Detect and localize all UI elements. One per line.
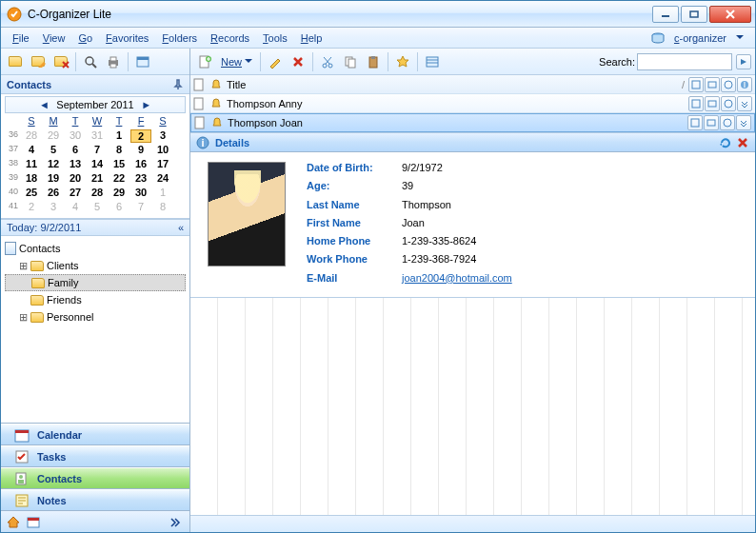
- email-link[interactable]: joan2004@hotmail.com: [402, 272, 512, 284]
- calendar-day[interactable]: 28: [87, 187, 108, 200]
- edit-button[interactable]: [265, 51, 286, 72]
- menu-go[interactable]: Go: [72, 30, 98, 46]
- refresh-icon[interactable]: [719, 136, 732, 149]
- tree-folder[interactable]: ⊞Personnel: [5, 308, 186, 326]
- calendar-day[interactable]: 24: [152, 172, 173, 186]
- calendar-day[interactable]: 1: [109, 129, 129, 143]
- calendar-day[interactable]: 13: [65, 158, 86, 171]
- new-dropdown[interactable]: New: [217, 56, 256, 68]
- calendar-day[interactable]: 30: [65, 129, 86, 143]
- tree-folder[interactable]: Family: [5, 274, 186, 291]
- calendar-day[interactable]: 7: [130, 201, 151, 214]
- calendar-day[interactable]: 6: [65, 144, 86, 157]
- row-view-icon[interactable]: [688, 96, 704, 111]
- list-row[interactable]: Thompson Anny: [190, 94, 755, 113]
- row-globe-icon[interactable]: [721, 96, 736, 111]
- calendar-day[interactable]: 8: [109, 144, 129, 157]
- list-header[interactable]: Title / i: [190, 75, 755, 94]
- row-globe-icon[interactable]: [720, 115, 735, 130]
- nav-contacts[interactable]: Contacts: [1, 467, 189, 489]
- tree-root[interactable]: Contacts: [5, 240, 186, 257]
- new-folder-button[interactable]: [5, 51, 26, 72]
- menu-help[interactable]: Help: [295, 30, 328, 46]
- row-card-icon[interactable]: [705, 96, 720, 111]
- tree-folder[interactable]: ⊞Clients: [5, 257, 186, 274]
- calendar-day[interactable]: 4: [65, 201, 86, 214]
- tree-folder[interactable]: Friends: [5, 291, 186, 308]
- columns-button[interactable]: [422, 51, 443, 72]
- delete-button[interactable]: [288, 51, 308, 72]
- calendar-day[interactable]: 9: [130, 144, 151, 157]
- close-details-icon[interactable]: [736, 136, 749, 149]
- calendar-day[interactable]: 2: [21, 201, 42, 214]
- nav-tasks[interactable]: Tasks: [1, 445, 189, 467]
- calendar-day[interactable]: 15: [109, 158, 129, 171]
- calendar-day[interactable]: 27: [65, 187, 86, 200]
- row-view-icon[interactable]: [688, 77, 704, 92]
- calendar-day[interactable]: 29: [109, 187, 129, 200]
- expand-nav-icon[interactable]: [169, 516, 181, 527]
- calendar-day[interactable]: 21: [87, 172, 108, 186]
- menu-favorites[interactable]: Favorites: [100, 30, 154, 46]
- calendar-day[interactable]: 19: [43, 172, 64, 186]
- new-record-button[interactable]: [194, 51, 215, 72]
- calendar-day[interactable]: 1: [152, 187, 173, 200]
- search-button[interactable]: [80, 51, 101, 72]
- calendar-day[interactable]: 3: [43, 201, 64, 214]
- list-row[interactable]: Thompson Joan: [190, 113, 755, 132]
- menu-file[interactable]: File: [7, 30, 35, 46]
- calendar-day[interactable]: 23: [130, 172, 151, 186]
- copy-button[interactable]: [340, 51, 361, 72]
- minimize-button[interactable]: [652, 6, 679, 23]
- calendar-day[interactable]: 3: [152, 129, 173, 143]
- cut-button[interactable]: [317, 51, 338, 72]
- calendar-day[interactable]: 8: [152, 201, 173, 214]
- prev-month-button[interactable]: ◄: [37, 99, 50, 110]
- close-button[interactable]: [709, 6, 751, 23]
- calendar-day[interactable]: 30: [130, 187, 151, 200]
- calendar-small-icon[interactable]: [27, 515, 40, 528]
- calendar-day[interactable]: 5: [87, 201, 108, 214]
- home-icon[interactable]: [7, 515, 20, 528]
- calendar-day[interactable]: 4: [21, 144, 42, 157]
- calendar-day[interactable]: 2: [130, 129, 151, 143]
- view-button[interactable]: [132, 51, 153, 72]
- calendar-day[interactable]: 25: [21, 187, 42, 200]
- calendar-day[interactable]: 12: [43, 158, 64, 171]
- menu-tools[interactable]: Tools: [257, 30, 293, 46]
- calendar-day[interactable]: 17: [152, 158, 173, 171]
- calendar-day[interactable]: 31: [87, 129, 108, 143]
- month-label[interactable]: September 2011: [56, 99, 133, 110]
- pin-icon[interactable]: [172, 79, 184, 90]
- row-expand-icon[interactable]: [736, 115, 751, 130]
- calendar-day[interactable]: 11: [21, 158, 42, 171]
- row-card-icon[interactable]: [704, 115, 719, 130]
- menu-view[interactable]: View: [37, 30, 71, 46]
- calendar-day[interactable]: 10: [152, 144, 173, 157]
- calendar-day[interactable]: 7: [87, 144, 108, 157]
- maximize-button[interactable]: [681, 6, 707, 23]
- row-view-icon[interactable]: [687, 115, 703, 130]
- favorite-button[interactable]: [392, 51, 413, 72]
- paste-button[interactable]: [363, 51, 384, 72]
- calendar-day[interactable]: 16: [130, 158, 151, 171]
- row-globe-icon[interactable]: [721, 77, 736, 92]
- calendar-day[interactable]: 18: [21, 172, 42, 186]
- calendar-day[interactable]: 28: [21, 129, 42, 143]
- print-button[interactable]: [103, 51, 124, 72]
- calendar-day[interactable]: 14: [87, 158, 108, 171]
- search-input[interactable]: [637, 53, 732, 70]
- row-card-icon[interactable]: [705, 77, 720, 92]
- next-month-button[interactable]: ►: [140, 99, 153, 110]
- database-selector[interactable]: c-organizer: [646, 29, 749, 48]
- delete-folder-button[interactable]: [50, 51, 71, 72]
- calendar-day[interactable]: 6: [109, 201, 129, 214]
- calendar-day[interactable]: 20: [65, 172, 86, 186]
- calendar-day[interactable]: 22: [109, 172, 129, 186]
- menu-folders[interactable]: Folders: [156, 30, 203, 46]
- row-info-icon[interactable]: i: [737, 77, 752, 92]
- menu-records[interactable]: Records: [205, 30, 255, 46]
- today-row[interactable]: Today: 9/2/2011 «: [1, 219, 189, 236]
- row-expand-icon[interactable]: [737, 96, 752, 111]
- edit-folder-button[interactable]: [28, 51, 49, 72]
